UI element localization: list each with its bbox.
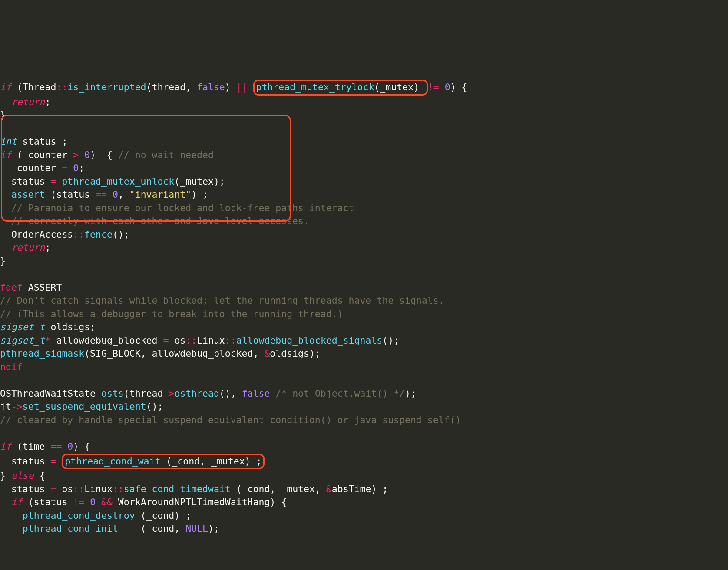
kw-return: return <box>11 242 45 253</box>
op: -> <box>11 401 23 412</box>
comment: /* not Object.wait() */ <box>275 388 405 399</box>
op: :: <box>225 335 236 346</box>
comment: // cleared by handle_special_suspend_equ… <box>0 414 461 425</box>
fn-call: osts <box>101 388 124 399</box>
op: != <box>428 82 439 93</box>
comment: // Don't catch signals while blocked; le… <box>0 295 444 306</box>
fn-call: safe_cond_timedwait <box>124 484 231 494</box>
code-text: absTime) ; <box>332 484 388 494</box>
code-text <box>248 82 253 93</box>
code-text <box>0 523 23 534</box>
code-text: os <box>56 484 73 494</box>
op: == <box>51 441 62 452</box>
code-text: status <box>0 484 51 494</box>
op: -> <box>163 388 174 399</box>
code-text: } <box>0 255 6 266</box>
type: sigset_t <box>0 335 45 346</box>
code-text: ASSERT <box>23 282 62 293</box>
code-text: Linux <box>84 484 113 494</box>
op: & <box>326 484 332 494</box>
kw-return: return <box>11 96 45 107</box>
fn-call: pthread_sigmask <box>0 348 84 359</box>
code-text: (status <box>23 497 73 507</box>
kw-if: if <box>0 82 11 93</box>
code-text: (time <box>11 441 51 452</box>
op: = <box>163 335 169 346</box>
code-text: (); <box>382 335 399 346</box>
highlight-box-2 <box>1 115 291 222</box>
code-text: (_cond, _mutex, <box>231 484 326 494</box>
op: || <box>236 82 248 93</box>
bool: false <box>197 82 225 93</box>
code-text: ) { <box>450 82 467 93</box>
highlight-box-3: pthread_cond_wait (_cond, _mutex) ; <box>62 454 265 470</box>
code-text: (_cond, <box>118 523 185 534</box>
code-text: (thread, <box>146 82 197 93</box>
code-text: (SIG_BLOCK, allowdebug_blocked, <box>84 348 264 359</box>
fn-call: pthread_cond_destroy <box>23 510 135 521</box>
code-text: ) { <box>73 441 90 452</box>
fn-call: osthread <box>174 388 219 399</box>
type: sigset_t <box>0 321 45 332</box>
code-text: (); <box>113 229 129 240</box>
code-text: (); <box>146 401 163 412</box>
op: != <box>73 497 84 507</box>
fn-call: allowdebug_blocked_signals <box>236 335 383 346</box>
comment: // (This allows a debugger to break into… <box>0 308 343 319</box>
code-text <box>0 242 11 253</box>
op: = <box>51 456 56 467</box>
code-text: ); <box>405 388 416 399</box>
code-text: status <box>0 456 51 467</box>
op: :: <box>73 484 84 494</box>
code-text: WorkAroundNPTLTimedWaitHang) { <box>113 497 287 507</box>
code-text: OrderAccess <box>0 229 73 240</box>
code-text: ); <box>208 523 219 534</box>
bool: false <box>242 388 270 399</box>
fn-call: pthread_cond_wait <box>65 456 160 467</box>
code-text <box>62 441 67 452</box>
fn-call: set_suspend_equivalent <box>23 401 146 412</box>
code-text <box>84 497 90 507</box>
preproc: ndif <box>0 361 23 372</box>
op: & <box>264 348 270 359</box>
code-text <box>96 497 101 507</box>
code-text: allowdebug_blocked <box>51 335 163 346</box>
code-text: (Thread <box>11 82 56 93</box>
code-text <box>439 82 445 93</box>
fn-call: is_interrupted <box>67 82 146 93</box>
code-text: (_mutex) <box>374 82 425 93</box>
fn-call: pthread_mutex_trylock <box>256 82 374 93</box>
code-text: (), <box>219 388 242 399</box>
code-text: ) <box>225 82 236 93</box>
code-text: (_cond, _mutex) ; <box>160 456 261 467</box>
kw-else: else <box>11 470 34 481</box>
preproc: fdef <box>0 282 23 293</box>
code-editor-view: if (Thread::is_interrupted(thread, false… <box>0 53 728 536</box>
code-text: oldsigs; <box>45 321 96 332</box>
op: :: <box>185 335 197 346</box>
num: 0 <box>90 497 96 507</box>
code-text: ; <box>45 96 51 107</box>
code-text: } <box>0 470 11 481</box>
code-text: oldsigs); <box>270 348 321 359</box>
fn-call: pthread_cond_init <box>23 523 118 534</box>
highlight-box-1: pthread_mutex_trylock(_mutex) <box>253 80 428 96</box>
op: :: <box>73 229 84 240</box>
op: :: <box>113 484 124 494</box>
kw-if: if <box>0 441 11 452</box>
code-text <box>0 96 11 107</box>
code-text: { <box>34 470 45 481</box>
num: 0 <box>67 441 73 452</box>
op: = <box>51 484 56 494</box>
fn-call: fence <box>84 229 113 240</box>
code-text: (_cond) ; <box>135 510 191 521</box>
code-text: jt <box>0 401 11 412</box>
code-text: os <box>169 335 185 346</box>
code-text: Linux <box>197 335 225 346</box>
code-text <box>56 456 62 467</box>
code-text: ; <box>45 242 51 253</box>
op: :: <box>56 82 67 93</box>
code-text <box>270 388 275 399</box>
code-text <box>0 510 23 521</box>
op: && <box>101 497 113 507</box>
